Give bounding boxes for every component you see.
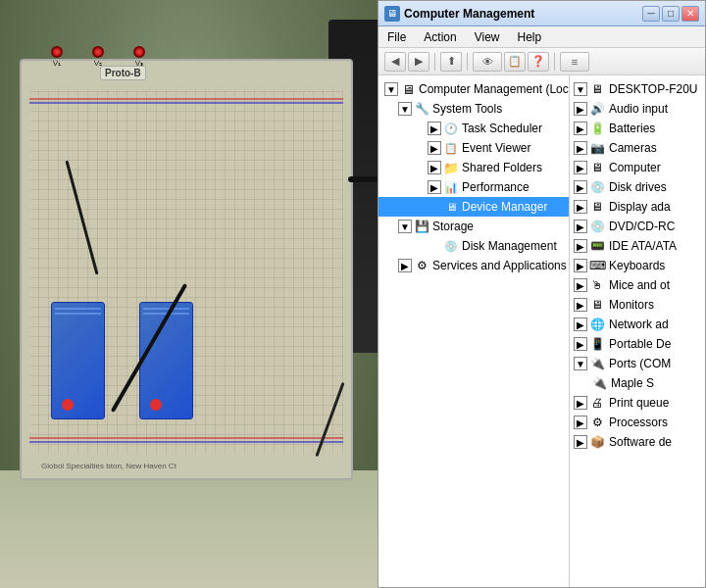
main-content: ▼ 🖥 Computer Management (Local ▼ 🔧 Syste…: [378, 75, 705, 587]
task-expander[interactable]: ▶: [428, 122, 441, 135]
tree-storage[interactable]: ▼ 💾 Storage: [378, 217, 569, 236]
view-button[interactable]: ≡: [560, 52, 589, 72]
batteries-expander[interactable]: ▶: [574, 122, 587, 135]
dev-disk-drives[interactable]: ▶ 💿 Disk drives: [570, 177, 705, 197]
print-expander[interactable]: ▶: [574, 396, 587, 410]
task-label: Task Scheduler: [462, 122, 542, 135]
title-bar-controls: ─ □ ✕: [642, 6, 699, 22]
terminals: V₁ V₂ V₃: [51, 46, 145, 68]
batteries-label: Batteries: [609, 122, 655, 135]
dev-audio[interactable]: ▶ 🔊 Audio input: [570, 99, 705, 119]
display-expander[interactable]: ▶: [574, 200, 587, 214]
proc-expander[interactable]: ▶: [574, 416, 587, 429]
dev-portable[interactable]: ▶ 📱 Portable De: [570, 334, 705, 354]
menu-help[interactable]: Help: [515, 29, 545, 45]
shared-icon: 📁: [443, 160, 459, 175]
tree-task-scheduler[interactable]: ▶ 🕐 Task Scheduler: [378, 119, 569, 138]
tree-services[interactable]: ▶ ⚙ Services and Applications: [378, 256, 569, 275]
toolbar-separator-3: [554, 53, 555, 71]
forward-button[interactable]: ▶: [408, 52, 429, 72]
software-expander[interactable]: ▶: [574, 435, 587, 449]
audio-icon: 🔊: [589, 101, 605, 117]
diskdrives-icon: 💿: [589, 179, 605, 195]
device-computer-header[interactable]: ▼ 🖥 DESKTOP-F20U: [570, 79, 705, 99]
toolbar-separator-2: [467, 53, 468, 71]
help-toolbar-button[interactable]: ❓: [528, 52, 549, 72]
portable-expander[interactable]: ▶: [574, 337, 587, 351]
menu-file[interactable]: File: [384, 29, 409, 45]
network-expander[interactable]: ▶: [574, 318, 587, 331]
system-tools-expander[interactable]: ▼: [398, 102, 412, 116]
root-icon: 🖥: [400, 81, 416, 97]
dev-ports[interactable]: ▼ 🔌 Ports (COM: [570, 354, 705, 373]
dev-cameras[interactable]: ▶ 📷 Cameras: [570, 138, 705, 158]
tree-root[interactable]: ▼ 🖥 Computer Management (Local: [378, 79, 569, 99]
services-icon: ⚙: [414, 258, 429, 273]
cameras-expander[interactable]: ▶: [574, 141, 587, 155]
dvd-expander[interactable]: ▶: [574, 220, 587, 233]
dev-computer[interactable]: ▶ 🖥 Computer: [570, 158, 705, 177]
root-expander[interactable]: ▼: [384, 82, 398, 96]
tree-shared-folders[interactable]: ▶ 📁 Shared Folders: [378, 158, 569, 177]
toolbar-separator-1: [434, 53, 435, 71]
perf-label: Performance: [462, 180, 530, 194]
keyboards-expander[interactable]: ▶: [574, 259, 587, 272]
dev-display[interactable]: ▶ 🖥 Display ada: [570, 197, 705, 217]
ports-expander[interactable]: ▼: [574, 357, 587, 370]
back-button[interactable]: ◀: [384, 52, 406, 72]
tree-disk-management[interactable]: 💿 Disk Management: [378, 236, 569, 256]
maple-label: Maple S: [611, 376, 654, 390]
diskdrives-label: Disk drives: [609, 180, 667, 194]
dev-network[interactable]: ▶ 🌐 Network ad: [570, 315, 705, 334]
dev-batteries[interactable]: ▶ 🔋 Batteries: [570, 119, 705, 138]
services-expander[interactable]: ▶: [398, 259, 412, 272]
tree-system-tools[interactable]: ▼ 🔧 System Tools: [378, 99, 569, 119]
monitors-label: Monitors: [609, 298, 654, 312]
shared-label: Shared Folders: [462, 161, 542, 174]
computer-icon: 🖥: [589, 81, 605, 97]
dev-keyboards[interactable]: ▶ ⌨ Keyboards: [570, 256, 705, 275]
storage-expander[interactable]: ▼: [398, 220, 412, 233]
show-hide-button[interactable]: 👁: [473, 52, 502, 72]
dev-mice[interactable]: ▶ 🖱 Mice and ot: [570, 275, 705, 295]
event-expander[interactable]: ▶: [428, 141, 441, 155]
menu-view[interactable]: View: [472, 29, 503, 45]
minimize-button[interactable]: ─: [642, 6, 660, 22]
dev-monitors[interactable]: ▶ 🖥 Monitors: [570, 295, 705, 315]
menu-action[interactable]: Action: [421, 29, 459, 45]
app-icon: 🖥: [384, 6, 400, 22]
mice-expander[interactable]: ▶: [574, 278, 587, 292]
storage-label: Storage: [432, 220, 474, 233]
ide-expander[interactable]: ▶: [574, 239, 587, 253]
portable-icon: 📱: [589, 336, 605, 352]
dev-processors[interactable]: ▶ ⚙ Processors: [570, 413, 705, 432]
diskdrives-expander[interactable]: ▶: [574, 180, 587, 194]
shared-expander[interactable]: ▶: [428, 161, 441, 174]
perf-expander[interactable]: ▶: [428, 180, 441, 194]
tree-performance[interactable]: ▶ 📊 Performance: [378, 177, 569, 197]
bottom-label: Globol Specialties bton, New Haven Ct: [41, 462, 176, 470]
computer-expander[interactable]: ▼: [574, 82, 587, 96]
properties-button[interactable]: 📋: [504, 52, 526, 72]
maple-icon: 🔌: [591, 375, 607, 391]
comp-expander[interactable]: ▶: [574, 161, 587, 174]
audio-expander[interactable]: ▶: [574, 102, 587, 116]
services-label: Services and Applications: [432, 259, 567, 272]
mice-label: Mice and ot: [609, 278, 670, 292]
monitors-icon: 🖥: [589, 297, 605, 313]
ide-icon: 📟: [589, 238, 605, 254]
print-label: Print queue: [609, 396, 669, 410]
up-button[interactable]: ⬆: [440, 52, 462, 72]
network-label: Network ad: [609, 318, 669, 331]
tree-device-manager[interactable]: 🖥 Device Manager: [378, 197, 569, 217]
maximize-button[interactable]: □: [662, 6, 680, 22]
dev-print[interactable]: ▶ 🖨 Print queue: [570, 393, 705, 413]
dev-ide[interactable]: ▶ 📟 IDE ATA/ATA: [570, 236, 705, 256]
close-button[interactable]: ✕: [681, 6, 699, 22]
dev-maple-s[interactable]: 🔌 Maple S: [570, 373, 705, 393]
tree-event-viewer[interactable]: ▶ 📋 Event Viewer: [378, 138, 569, 158]
monitors-expander[interactable]: ▶: [574, 298, 587, 312]
computer-name: DESKTOP-F20U: [609, 82, 697, 96]
dev-dvd[interactable]: ▶ 💿 DVD/CD-RC: [570, 217, 705, 236]
dev-software[interactable]: ▶ 📦 Software de: [570, 432, 705, 452]
